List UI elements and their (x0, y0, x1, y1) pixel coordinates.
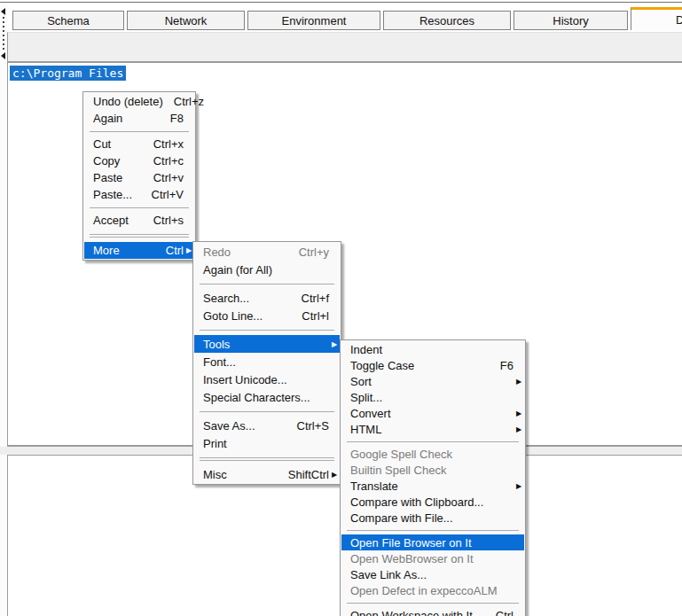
selected-text[interactable]: c:\Program Files (10, 66, 126, 81)
menu-item-print[interactable]: Print (194, 434, 340, 452)
menu-item-search[interactable]: Search...Ctrl+f (194, 289, 340, 307)
menu-item-shortcut: Ctrl+x (153, 137, 184, 151)
tab-doc[interactable]: Doc (631, 7, 682, 30)
menu-item-cut[interactable]: CutCtrl+x (84, 136, 194, 152)
tab-label: History (553, 14, 588, 27)
tab-environment[interactable]: Environment (247, 11, 380, 30)
menu-item-open-webbrowser-on-it[interactable]: Open WebBrowser on It (341, 550, 524, 566)
menu-item-label: Search... (203, 292, 291, 305)
menu-item-redo[interactable]: RedoCtrl+y (194, 243, 340, 261)
menu-item-save-as[interactable]: Save As...Ctrl+S (194, 417, 340, 434)
menu-separator (90, 131, 189, 132)
menu-item-misc[interactable]: MiscShiftCtrl▶ (194, 465, 340, 483)
menu-item-shortcut: Ctrl+v (153, 171, 184, 184)
menu-item-paste[interactable]: Paste...Ctrl+V (84, 186, 194, 203)
menu-item-accept[interactable]: AcceptCtrl+s (84, 212, 194, 229)
menu-item-toggle-case[interactable]: Toggle CaseF6 (341, 357, 524, 373)
tab-schema[interactable]: Schema (12, 11, 124, 30)
menu-item-shortcut: Ctrl+V (152, 188, 184, 201)
menu-item-label: Paste (93, 171, 143, 184)
menu-item-tools[interactable]: Tools▶ (194, 335, 340, 353)
menu-item-shortcut: ShiftCtrl (288, 468, 329, 481)
left-splitter-rail[interactable] (0, 3, 7, 616)
menu-item-more[interactable]: MoreCtrl▶ (84, 242, 194, 259)
menu-item-shortcut: F6 (500, 359, 513, 372)
menu-item-shortcut: Ctrl+l (302, 309, 329, 323)
menu-item-label: Sort (350, 375, 513, 388)
menu-item-compare-with-clipboard[interactable]: Compare with Clipboard... (341, 494, 524, 510)
menu-item-convert[interactable]: Convert▶ (341, 405, 524, 421)
menu-item-label: Open File Browser on It (350, 536, 513, 550)
menu-item-copy[interactable]: CopyCtrl+c (84, 152, 194, 169)
menu-item-label: Copy (93, 154, 143, 168)
tab-history[interactable]: History (513, 11, 628, 30)
splitter-collapse-handle[interactable] (0, 8, 7, 61)
menu-item-open-file-browser-on-it[interactable]: Open File Browser on It (341, 534, 524, 550)
menu-item-label: Open WebBrowser on It (350, 552, 513, 565)
menu-item-again[interactable]: AgainF8 (84, 110, 194, 127)
window-top-border (0, 2, 682, 3)
tab-label: Doc (676, 13, 682, 27)
menu-item-again-for-all[interactable]: Again (for All) (194, 261, 340, 278)
submenu-arrow-icon: ▶ (513, 425, 524, 433)
submenu-arrow-icon: ▶ (513, 378, 524, 386)
menu-item-open-defect-in-expeccoalm[interactable]: Open Defect in expeccoALM (341, 582, 524, 598)
menu-separator (200, 284, 334, 285)
menu-item-insert-unicode[interactable]: Insert Unicode... (194, 370, 340, 388)
submenu-arrow-icon: ▶ (513, 409, 524, 417)
menu-item-label: Translate (350, 480, 513, 493)
tab-label: Resources (419, 14, 474, 27)
menu-item-save-link-as[interactable]: Save Link As... (341, 566, 524, 582)
menu-item-google-spell-check[interactable]: Google Spell Check (341, 446, 524, 462)
menu-separator (90, 234, 189, 238)
menu-item-label: Misc (203, 468, 278, 481)
menu-item-label: Print (203, 437, 329, 450)
tab-label: Schema (47, 14, 90, 27)
menu-separator (200, 411, 334, 412)
menu-item-label: Special Characters... (203, 391, 329, 404)
menu-item-label: Again (for All) (203, 263, 329, 277)
menu-item-goto-line[interactable]: Goto Line...Ctrl+l (194, 307, 340, 324)
menu-item-undo-delete[interactable]: Undo (delete)Ctrl+z (84, 93, 194, 110)
tab-label: Environment (282, 14, 347, 27)
menu-item-label: Save As... (203, 419, 286, 433)
menu-item-split[interactable]: Split... (341, 389, 524, 405)
menu-item-label: Convert (350, 407, 513, 420)
menu-separator (347, 530, 519, 531)
tab-resources[interactable]: Resources (383, 11, 511, 30)
menu-item-indent[interactable]: Indent (341, 341, 524, 357)
menu-item-shortcut: Ctrl+S (297, 419, 329, 433)
menu-item-shortcut: Ctrl+s (153, 214, 184, 227)
menu-item-special-characters[interactable]: Special Characters... (194, 388, 340, 406)
menu-item-label: Google Spell Check (350, 448, 513, 461)
context-menu-edit: Undo (delete)Ctrl+zAgainF8CutCtrl+xCopyC… (82, 91, 196, 261)
menu-item-label: Redo (203, 246, 288, 259)
menu-item-html[interactable]: HTML▶ (341, 421, 524, 437)
submenu-arrow-icon: ▶ (329, 340, 340, 348)
menu-item-label: Goto Line... (203, 309, 291, 323)
menu-separator (90, 207, 189, 208)
menu-item-label: Indent (350, 343, 513, 356)
menu-item-builtin-spell-check[interactable]: Builtin Spell Check (341, 462, 524, 478)
menu-item-font[interactable]: Font... (194, 353, 340, 370)
menu-separator (347, 603, 519, 604)
menu-item-label: Open Workspace with It (350, 609, 485, 616)
menu-item-paste[interactable]: PasteCtrl+v (84, 169, 194, 186)
menu-item-label: Paste... (93, 188, 141, 201)
submenu-arrow-icon: ▶ (513, 482, 524, 490)
tab-network[interactable]: Network (127, 11, 245, 30)
menu-item-label: HTML (350, 423, 513, 436)
tab-bar: SchemaNetworkEnvironmentResourcesHistory… (12, 7, 682, 30)
menu-item-compare-with-file[interactable]: Compare with File... (341, 510, 524, 526)
menu-item-label: Again (93, 112, 160, 125)
menu-item-translate[interactable]: Translate▶ (341, 478, 524, 494)
menu-item-shortcut: Ctrl+z (174, 95, 204, 108)
menu-item-shortcut: Ctrl+c (153, 154, 184, 168)
menu-item-label: Undo (delete) (93, 95, 163, 108)
menu-item-label: Compare with Clipboard... (350, 495, 513, 509)
menu-item-sort[interactable]: Sort▶ (341, 373, 524, 389)
menu-separator (347, 441, 519, 442)
menu-separator (200, 330, 334, 331)
menu-item-shortcut: Ctrl (166, 244, 184, 257)
menu-item-open-workspace-with-it[interactable]: Open Workspace with ItCtrl (341, 607, 524, 616)
